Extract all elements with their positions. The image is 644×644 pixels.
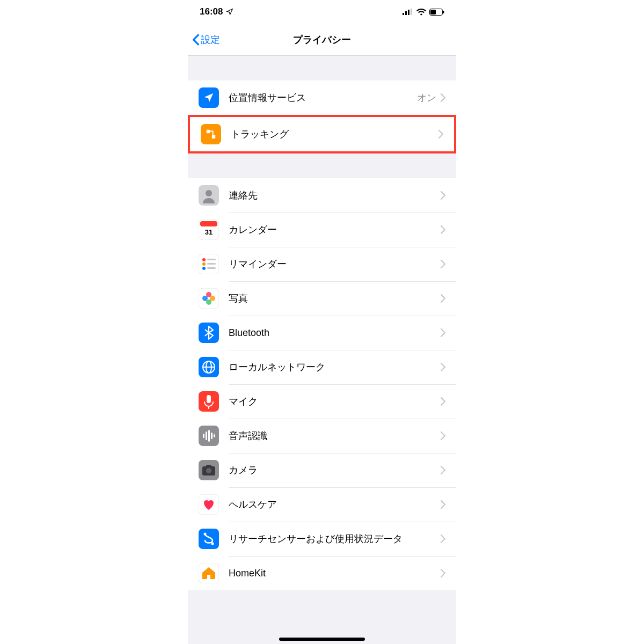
contacts-icon [199,185,219,206]
section-privacy-items: 連絡先31カレンダーリマインダー写真Bluetoothローカルネットワークマイク… [188,178,456,590]
chevron-left-icon [192,34,200,46]
svg-rect-8 [212,135,215,138]
chevron-right-icon [441,191,445,200]
speech-icon [199,426,219,446]
svg-rect-38 [214,434,215,437]
bluetooth-icon [199,323,219,343]
separator [229,453,456,453]
svg-rect-1 [405,11,407,15]
svg-rect-36 [208,430,210,442]
row-research[interactable]: リサーチセンサーおよび使用状況データ [188,522,456,556]
svg-point-10 [206,190,212,196]
svg-rect-35 [206,431,207,440]
svg-rect-0 [402,13,404,15]
chevron-right-icon [441,431,445,440]
separator [229,316,456,316]
svg-rect-20 [207,267,216,269]
svg-rect-44 [199,529,219,549]
status-time: 16:08 [200,6,223,17]
row-label: 音声認識 [229,429,441,442]
separator [229,522,456,522]
row-homekit[interactable]: HomeKit [188,556,456,590]
separator [229,350,456,350]
section-spacer [188,153,456,178]
chevron-right-icon [441,363,445,371]
svg-rect-6 [443,11,444,13]
row-label: 位置情報サービス [229,91,417,104]
camera-icon [199,460,219,480]
separator [229,281,456,282]
row-label: Bluetooth [229,327,441,339]
svg-text:31: 31 [205,228,213,236]
chevron-right-icon [441,466,445,474]
row-label: リマインダー [229,258,441,270]
photos-icon [199,288,219,309]
row-tracking[interactable]: トラッキング [190,117,454,151]
calendar-icon: 31 [199,219,219,240]
health-icon [199,494,219,515]
separator [229,556,456,557]
section-spacer [188,56,456,80]
row-bluetooth[interactable]: Bluetooth [188,316,456,350]
row-speech[interactable]: 音声認識 [188,419,456,453]
svg-point-17 [202,267,206,270]
row-mic[interactable]: マイク [188,384,456,419]
separator [229,247,456,247]
tracking-icon [201,124,221,144]
back-label: 設定 [201,33,220,46]
svg-rect-34 [203,434,204,438]
svg-rect-5 [430,10,436,14]
svg-rect-21 [199,288,219,309]
chevron-right-icon [441,500,445,509]
homekit-icon [199,563,219,583]
svg-rect-2 [408,10,409,15]
chevron-right-icon [441,294,445,303]
svg-rect-48 [207,575,210,579]
separator [229,419,456,419]
svg-point-45 [204,533,207,536]
svg-rect-3 [411,9,412,15]
svg-rect-19 [207,263,216,265]
row-label: 写真 [229,292,441,305]
row-calendar[interactable]: 31カレンダー [188,213,456,247]
back-button[interactable]: 設定 [192,33,220,46]
chevron-right-icon [441,260,445,268]
row-label: マイク [229,395,441,408]
svg-rect-7 [207,130,210,133]
nav-bar: 設定 プライバシー [188,24,456,56]
svg-rect-32 [207,395,211,403]
row-location-services[interactable]: 位置情報サービス オン [188,80,456,115]
row-label: ヘルスケア [229,498,441,511]
row-health[interactable]: ヘルスケア [188,487,456,522]
row-label: HomeKit [229,568,441,579]
separator [229,384,456,385]
location-icon [199,87,219,108]
chevron-right-icon [441,569,445,577]
svg-rect-37 [211,433,213,439]
chevron-right-icon [441,535,445,543]
row-label: カレンダー [229,223,441,236]
row-label: カメラ [229,464,441,477]
row-camera[interactable]: カメラ [188,453,456,487]
row-label: トラッキング [231,128,438,141]
row-contacts[interactable]: 連絡先 [188,178,456,213]
privacy-settings-screen: 16:08 設定 プライバシー 位置情報サービス オン [188,0,456,644]
row-photos[interactable]: 写真 [188,281,456,316]
location-arrow-icon [226,8,233,16]
home-indicator[interactable] [279,638,365,641]
svg-rect-12 [200,221,217,226]
research-icon [199,529,219,549]
wifi-icon [416,8,426,16]
chevron-right-icon [441,328,445,337]
row-reminders[interactable]: リマインダー [188,247,456,281]
highlight-box: トラッキング [188,115,456,153]
row-label: ローカルネットワーク [229,361,441,374]
svg-point-16 [202,262,206,266]
chevron-right-icon [441,397,445,406]
svg-point-15 [202,258,206,261]
signal-icon [402,9,413,15]
chevron-right-icon [438,130,443,138]
network-icon [199,357,219,377]
row-network[interactable]: ローカルネットワーク [188,350,456,384]
svg-rect-41 [206,465,211,467]
